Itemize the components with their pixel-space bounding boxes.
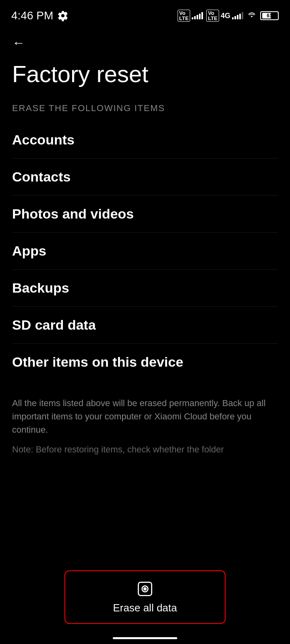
description-area: All the items listed above will be erase…	[0, 380, 290, 464]
section-header: ERASE THE FOLLOWING ITEMS	[0, 99, 290, 122]
description-main: All the items listed above will be erase…	[12, 396, 278, 436]
erase-label: Erase all data	[113, 602, 177, 614]
list-item-sd-card: SD card data	[12, 307, 278, 344]
back-arrow-icon: ←	[12, 35, 25, 50]
volte-badge-2: VoLTE	[206, 10, 219, 22]
wifi-icon	[246, 12, 257, 20]
list-item-accounts: Accounts	[12, 122, 278, 159]
erase-all-data-button[interactable]: Erase all data	[64, 570, 226, 624]
status-left: 4:46 PM	[11, 9, 68, 22]
signal-bars-2	[232, 12, 243, 19]
volte-signal-1: VoLTE	[178, 10, 203, 22]
signal-bars-1	[192, 12, 203, 19]
items-list: Accounts Contacts Photos and videos Apps…	[0, 122, 290, 380]
4g-badge: 4G	[221, 12, 230, 20]
settings-icon	[57, 10, 68, 21]
bottom-action-area: Erase all data	[0, 570, 290, 624]
battery: 61	[260, 11, 279, 20]
list-item-photos-videos: Photos and videos	[12, 196, 278, 233]
list-item-contacts: Contacts	[12, 159, 278, 196]
back-button[interactable]: ←	[0, 28, 290, 53]
description-note: Note: Before restoring items, check whet…	[12, 443, 278, 456]
svg-point-2	[144, 588, 146, 590]
list-item-backups: Backups	[12, 270, 278, 307]
list-item-apps: Apps	[12, 233, 278, 270]
erase-icon	[136, 580, 154, 598]
volte-signal-2: VoLTE 4G	[206, 10, 243, 22]
list-item-other-items: Other items on this device	[12, 344, 278, 380]
volte-badge-1: VoLTE	[178, 10, 191, 22]
battery-text: 61	[261, 12, 278, 19]
page-title: Factory reset	[0, 53, 290, 99]
home-indicator	[113, 637, 177, 639]
status-right: VoLTE VoLTE 4G	[178, 10, 279, 22]
status-time: 4:46 PM	[11, 9, 53, 22]
status-bar: 4:46 PM VoLTE VoLTE 4G	[0, 0, 290, 28]
